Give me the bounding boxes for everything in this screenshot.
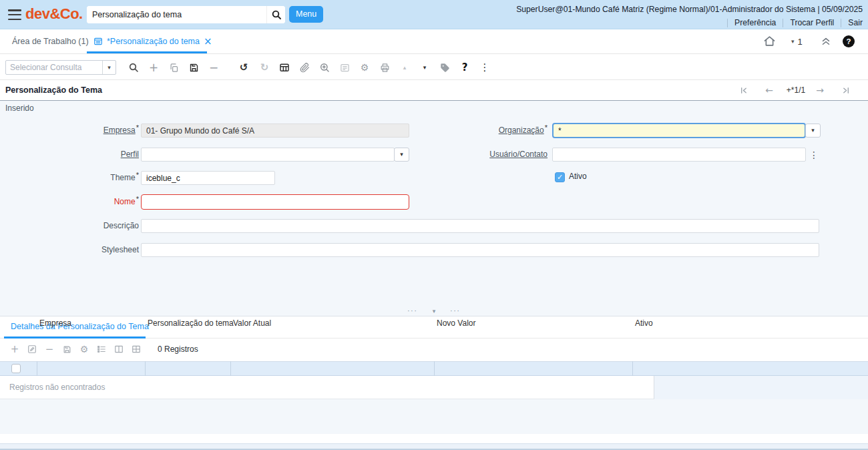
columns-icon (114, 345, 124, 354)
column-header-empresa[interactable]: Empresa (39, 316, 71, 330)
more-actions-button[interactable]: ⋮ (477, 59, 493, 75)
organizacao-field[interactable] (552, 123, 806, 138)
window-help-button[interactable]: ? (457, 59, 473, 75)
grid-toggle-button[interactable] (276, 59, 292, 75)
search-button[interactable] (266, 6, 285, 23)
plus-icon: + (149, 62, 158, 73)
gear-icon: ⚙ (80, 345, 89, 354)
divider (783, 19, 783, 27)
organizacao-dropdown-button[interactable]: ▾ (805, 124, 821, 138)
last-record-icon[interactable] (839, 83, 852, 97)
tab-workspace[interactable]: Área de Trabalho (1) (12, 29, 89, 53)
chevron-down-icon[interactable]: ▾ (102, 61, 116, 74)
detail-new-button[interactable]: + (8, 343, 21, 356)
refresh-button[interactable]: ↻ (256, 59, 272, 75)
usuario-contato-label[interactable]: Usuário/Contato (407, 148, 548, 162)
menu-button[interactable]: Menu (289, 6, 323, 23)
ativo-checkbox[interactable]: ✓ (555, 172, 565, 182)
active-tab-underline (87, 51, 207, 53)
detail-save-button[interactable] (60, 343, 73, 356)
column-header-personalizacao[interactable]: Personalização do tema (148, 316, 234, 330)
detail-tab-underline (4, 336, 146, 339)
refresh-icon: ↻ (260, 63, 269, 73)
scroll-down-button[interactable]: ▾ (417, 59, 433, 75)
checklist-icon (97, 345, 106, 354)
home-icon[interactable] (763, 35, 776, 47)
perfil-field[interactable] (141, 148, 395, 162)
triangle-down-icon: ▾ (423, 65, 427, 71)
copy-record-button[interactable] (166, 59, 182, 75)
hamburger-menu-icon[interactable] (8, 9, 21, 20)
nome-label: Nome* (13, 195, 139, 209)
new-record-button[interactable]: + (146, 59, 162, 75)
splitter-dots-icon: ··· (407, 308, 418, 314)
empresa-field[interactable] (141, 124, 409, 138)
select-all-checkbox[interactable] (11, 364, 21, 373)
column-header-ativo[interactable]: Ativo (635, 316, 653, 330)
previous-record-icon[interactable]: ← (763, 83, 776, 97)
empty-table-message: Registros não encontrados (0, 376, 654, 399)
chevron-down-icon: ▾ (791, 39, 795, 45)
search-icon (128, 62, 139, 73)
empresa-label[interactable]: Empresa* (13, 124, 139, 138)
find-record-button[interactable] (126, 59, 142, 75)
usuario-more-button[interactable]: ⋮ (809, 148, 819, 162)
tab-theme-customization[interactable]: *Personalização do tema × (93, 29, 212, 53)
chat-report-button[interactable] (337, 59, 353, 75)
attachment-button[interactable] (296, 59, 312, 75)
splitter-dots-icon: ··· (450, 308, 461, 314)
nome-field[interactable] (141, 194, 409, 210)
plus-icon: + (11, 345, 19, 355)
logout-link[interactable]: Sair (848, 18, 863, 27)
help-icon[interactable]: ? (843, 35, 855, 47)
triangle-up-icon: ▴ (403, 65, 407, 71)
print-button[interactable] (377, 59, 393, 75)
window-toolbar: ▾ + − ↺ ↻ ⚙ ▴ ▾ (0, 54, 868, 80)
record-count-badge: 0 Registros (158, 345, 198, 354)
undo-button[interactable]: ↺ (236, 59, 252, 75)
application-window: dev&Co. Menu SuperUser@01-Mundo Café Mat… (0, 0, 868, 450)
detail-tab[interactable]: Detalhes da Personalização do Tema (11, 316, 149, 336)
label-button[interactable] (437, 59, 453, 75)
usuario-contato-field[interactable] (552, 148, 806, 162)
process-button[interactable]: ⚙ (357, 59, 373, 75)
undo-icon: ↺ (240, 63, 248, 73)
detail-checklist-button[interactable] (95, 343, 108, 356)
required-asterisk: * (136, 124, 139, 132)
descricao-label: Descrição (13, 219, 139, 233)
change-role-link[interactable]: Trocar Perfil (790, 18, 834, 27)
detail-process-button[interactable]: ⚙ (77, 343, 91, 356)
detail-columns-button[interactable] (112, 343, 126, 356)
zoom-across-button[interactable] (316, 59, 333, 75)
select-query-combobox: ▾ (5, 60, 116, 75)
organizacao-label[interactable]: Organização* (407, 124, 548, 138)
perfil-label[interactable]: Perfil (13, 148, 139, 162)
stylesheet-field[interactable] (141, 243, 819, 257)
zoom-plus-icon (319, 62, 330, 73)
global-search-input[interactable] (87, 6, 266, 23)
splitter-collapse-icon: ▾ (433, 308, 436, 314)
detail-grid-button[interactable] (130, 343, 143, 356)
delete-record-button[interactable]: − (206, 59, 222, 75)
column-divider (632, 361, 633, 376)
panel-splitter-handle[interactable]: ··· ▾ ··· (0, 306, 868, 316)
kebab-menu-icon: ⋮ (480, 63, 490, 73)
close-tab-icon[interactable]: × (204, 37, 212, 47)
scroll-up-button[interactable]: ▴ (397, 59, 413, 75)
chevron-down-icon: ▾ (811, 128, 815, 134)
descricao-field[interactable] (141, 219, 819, 233)
select-query-input[interactable] (6, 63, 102, 72)
collapse-header-icon[interactable] (820, 35, 832, 47)
next-record-icon[interactable]: → (813, 83, 827, 97)
theme-field[interactable] (141, 171, 275, 185)
save-button[interactable] (186, 59, 202, 75)
column-header-novo-valor[interactable]: Novo Valor (437, 316, 475, 330)
desktop-count-dropdown[interactable]: ▾ 1 (791, 29, 803, 53)
detail-edit-button[interactable] (25, 343, 39, 356)
column-header-valor-atual[interactable]: Valor Atual (233, 316, 271, 330)
copy-icon (169, 63, 179, 73)
preference-link[interactable]: Preferência (734, 18, 776, 27)
first-record-icon[interactable] (737, 83, 750, 97)
app-logo: dev&Co. (25, 5, 83, 23)
detail-delete-button[interactable]: − (43, 343, 56, 356)
